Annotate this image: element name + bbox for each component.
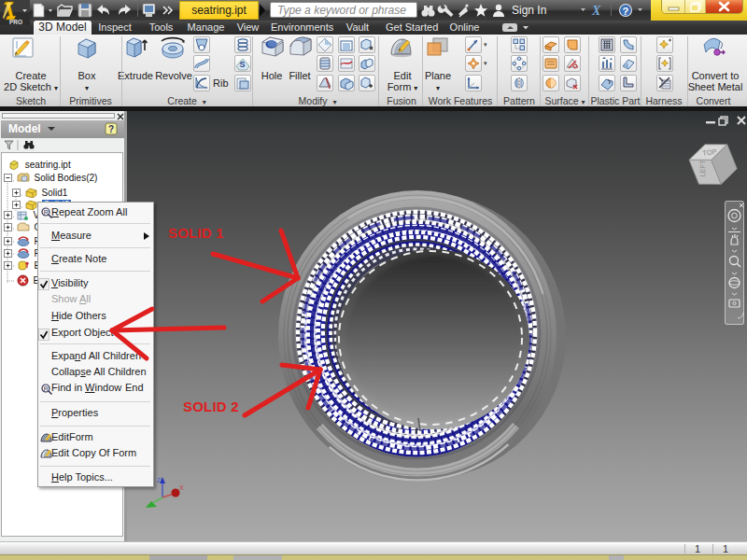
svg-text:S: S: [240, 60, 246, 69]
svg-text:R: R: [44, 385, 49, 392]
svg-text:X: X: [179, 484, 184, 491]
svg-text:PRO: PRO: [9, 19, 22, 25]
svg-text:?: ?: [623, 6, 629, 17]
svg-text:R: R: [44, 209, 49, 216]
svg-text:Z: Z: [157, 477, 162, 483]
svg-text:X: X: [591, 4, 601, 18]
svg-text:?: ?: [108, 124, 114, 134]
svg-text:LEFT: LEFT: [698, 160, 707, 177]
svg-text:Sign In: Sign In: [512, 4, 546, 17]
